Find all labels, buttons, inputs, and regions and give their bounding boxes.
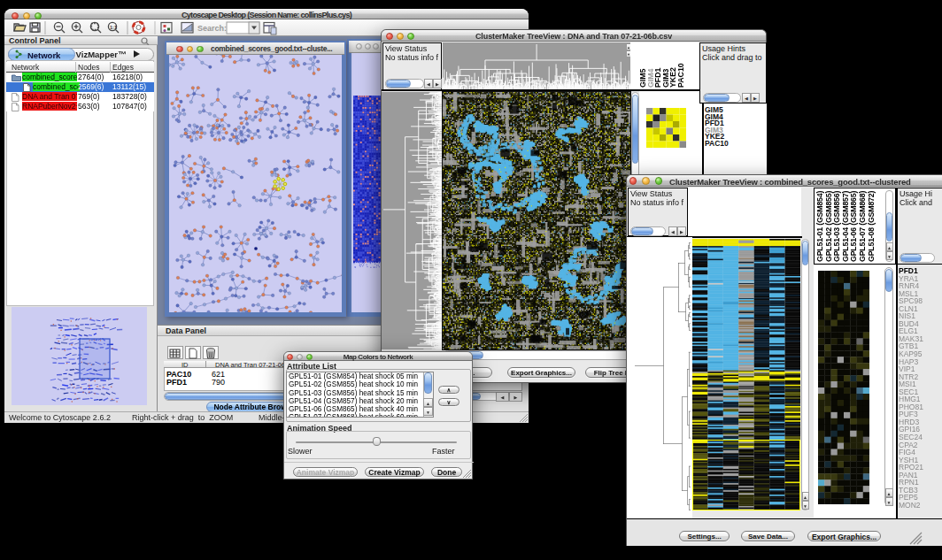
svg-text:GPL51-01 (GSM854): GPL51-01 (GSM854) [815, 191, 824, 262]
svg-text:GPL51-02 (GSM855): GPL51-02 (GSM855) [824, 191, 833, 262]
svg-text:GPL51-06 (GSM865): GPL51-06 (GSM865) [849, 191, 858, 262]
svg-text:GPL51-04 (GSM857): GPL51-04 (GSM857) [841, 191, 850, 262]
svg-text:GPL51-07 (GSM868): GPL51-07 (GSM868) [858, 191, 867, 262]
svg-text:GPL51-08 (GSM872): GPL51-08 (GSM872) [867, 191, 876, 262]
svg-text:Search:: Search: [197, 24, 227, 33]
svg-text:PAC10: PAC10 [676, 63, 685, 88]
svg-text:GPL51-03 (GSM856): GPL51-03 (GSM856) [832, 191, 841, 262]
svg-text:1:1: 1:1 [110, 25, 117, 30]
